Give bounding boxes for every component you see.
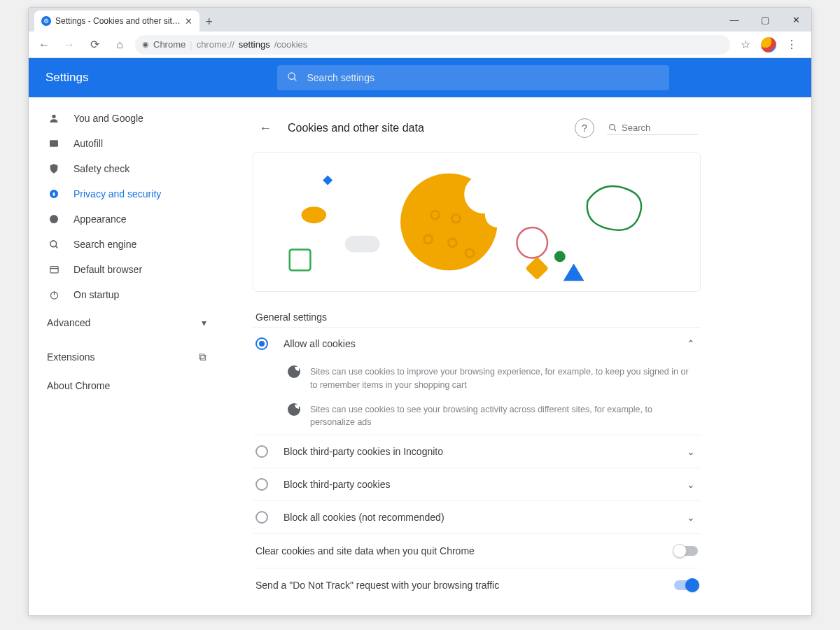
radio-label: Block third-party cookies in Incognito — [284, 446, 684, 457]
cookie-hero-illustration — [253, 152, 701, 292]
svg-point-0 — [288, 73, 295, 79]
about-label: About Chrome — [47, 380, 110, 391]
toggle-do-not-track[interactable]: Send a "Do Not Track" request with your … — [253, 568, 701, 602]
person-icon — [47, 113, 61, 124]
sidebar-item-label: Privacy and security — [74, 188, 161, 200]
sidebar-item-you-and-google[interactable]: You and Google — [29, 106, 225, 131]
settings-search-input[interactable] — [307, 72, 659, 83]
sidebar-item-label: Search engine — [74, 239, 136, 250]
page-title: Cookies and other site data — [288, 122, 424, 134]
settings-title: Settings — [46, 71, 88, 85]
close-tab-icon[interactable]: ✕ — [185, 16, 192, 27]
new-tab-button[interactable]: + — [200, 12, 219, 31]
window-controls: — ▢ ✕ — [719, 8, 811, 31]
switch-on-icon[interactable] — [674, 580, 698, 590]
page-search[interactable] — [607, 121, 698, 135]
toggle-label: Clear cookies and site data when you qui… — [255, 545, 674, 556]
settings-search[interactable] — [277, 65, 669, 90]
settings-sidebar: You and Google Autofill Safety check Pri… — [29, 97, 225, 615]
cookie-bullet-icon — [288, 403, 300, 416]
shield-check-icon — [47, 163, 61, 174]
cookie-option-block-3p-incognito[interactable]: Block third-party cookies in Incognito ⌄ — [253, 435, 701, 468]
radio-unselected-icon[interactable] — [255, 511, 268, 524]
url-scheme: chrome:// — [197, 39, 234, 50]
help-icon[interactable]: ? — [575, 118, 594, 138]
security-icon — [47, 188, 61, 200]
chevron-down-icon[interactable]: ⌄ — [684, 479, 698, 490]
browser-icon — [47, 265, 61, 275]
settings-main[interactable]: ← Cookies and other site data ? — [225, 97, 811, 615]
sidebar-advanced-toggle[interactable]: Advanced ▾ — [29, 307, 225, 335]
toggle-clear-on-quit[interactable]: Clear cookies and site data when you qui… — [253, 533, 701, 568]
svg-rect-5 — [53, 192, 55, 196]
search-icon — [47, 239, 61, 250]
toggle-label: Send a "Do Not Track" request with your … — [255, 580, 674, 591]
chevron-down-icon[interactable]: ⌄ — [684, 512, 698, 523]
cookie-option-block-3p[interactable]: Block third-party cookies ⌄ — [253, 468, 701, 500]
minimize-button[interactable]: — — [719, 8, 750, 31]
svg-rect-29 — [525, 257, 549, 281]
svg-point-16 — [302, 206, 327, 223]
back-button[interactable]: ← — [34, 35, 54, 55]
sidebar-extensions-link[interactable]: Extensions ⧉ — [29, 342, 225, 372]
forward-button[interactable]: → — [59, 35, 79, 55]
appearance-icon — [47, 214, 61, 225]
content-area: Settings You and Google — [29, 58, 811, 615]
chevron-up-icon[interactable]: ⌃ — [684, 338, 698, 349]
url-host: settings — [239, 39, 270, 50]
cookie-bullet-icon — [288, 365, 300, 378]
cookie-option-block-all[interactable]: Block all cookies (not recommended) ⌄ — [253, 500, 701, 533]
home-button[interactable]: ⌂ — [110, 35, 130, 55]
address-bar[interactable]: ◉ Chrome | chrome://settings/cookies — [135, 35, 730, 55]
radio-label: Block all cookies (not recommended) — [284, 512, 684, 523]
bookmark-star-icon[interactable]: ☆ — [736, 35, 755, 55]
general-settings-heading: General settings — [253, 304, 701, 327]
autofill-icon — [47, 138, 61, 149]
page-back-button[interactable]: ← — [255, 118, 275, 138]
maximize-button[interactable]: ▢ — [750, 8, 780, 31]
svg-point-28 — [554, 251, 566, 262]
browser-window: ⚙ Settings - Cookies and other sit… ✕ + … — [28, 7, 812, 616]
sidebar-item-label: Autofill — [74, 138, 103, 149]
sidebar-item-default-browser[interactable]: Default browser — [29, 257, 225, 282]
sidebar-item-autofill[interactable]: Autofill — [29, 131, 225, 156]
svg-rect-17 — [345, 236, 380, 253]
chevron-down-icon[interactable]: ⌄ — [684, 446, 698, 457]
site-info-icon[interactable]: ◉ — [142, 40, 149, 49]
svg-point-27 — [517, 227, 547, 258]
url-path: /cookies — [274, 39, 308, 50]
sidebar-item-search-engine[interactable]: Search engine — [29, 232, 225, 257]
radio-unselected-icon[interactable] — [255, 478, 268, 491]
svg-marker-30 — [564, 263, 584, 281]
radio-unselected-icon[interactable] — [255, 445, 268, 458]
open-external-icon: ⧉ — [199, 351, 206, 363]
svg-line-8 — [55, 246, 57, 248]
power-icon — [47, 290, 61, 300]
radio-label: Block third-party cookies — [284, 479, 684, 490]
svg-point-21 — [485, 202, 510, 227]
option-description: Sites can use cookies to improve your br… — [253, 360, 701, 398]
profile-avatar[interactable] — [761, 37, 776, 52]
radio-selected-icon[interactable] — [255, 337, 268, 350]
svg-rect-9 — [50, 266, 57, 272]
sidebar-item-label: On startup — [74, 289, 119, 300]
reload-button[interactable]: ⟳ — [85, 35, 104, 55]
page-header: ← Cookies and other site data ? — [253, 106, 701, 146]
sidebar-item-appearance[interactable]: Appearance — [29, 206, 225, 232]
tab-title: Settings - Cookies and other sit… — [55, 16, 181, 26]
chevron-down-icon: ▾ — [202, 317, 206, 328]
switch-off-icon[interactable] — [674, 546, 698, 556]
sidebar-about-link[interactable]: About Chrome — [29, 372, 225, 400]
sidebar-item-safety-check[interactable]: Safety check — [29, 156, 225, 181]
svg-rect-15 — [323, 176, 332, 186]
sidebar-item-label: Appearance — [74, 214, 127, 225]
close-window-button[interactable]: ✕ — [780, 8, 811, 31]
page-search-input[interactable] — [622, 122, 685, 133]
cookie-option-allow-all[interactable]: Allow all cookies ⌃ — [253, 327, 701, 360]
svg-line-1 — [294, 78, 296, 80]
description-text: Sites can use cookies to improve your br… — [310, 365, 698, 392]
sidebar-item-privacy-security[interactable]: Privacy and security — [29, 181, 225, 206]
browser-tab[interactable]: ⚙ Settings - Cookies and other sit… ✕ — [34, 10, 200, 31]
sidebar-item-on-startup[interactable]: On startup — [29, 282, 225, 307]
browser-menu-icon[interactable]: ⋮ — [782, 35, 802, 55]
